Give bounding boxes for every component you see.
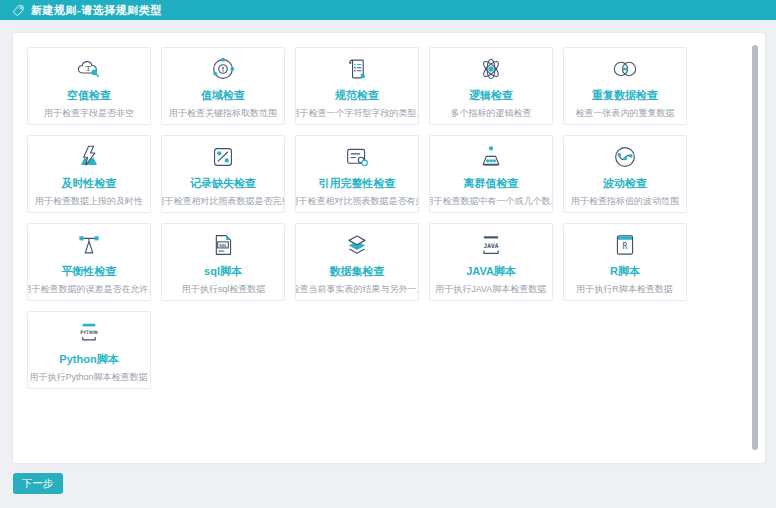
rule-card-title: 引用完整性检查: [319, 176, 396, 191]
rule-card-title: Python脚本: [59, 352, 118, 367]
rule-card-title: R脚本: [610, 264, 640, 279]
rule-card-description: 用于检查指标值的波动范围: [571, 195, 679, 208]
rule-card-title: 波动检查: [603, 176, 647, 191]
percent-missing-icon: [206, 140, 240, 174]
rule-card-description: 用于检查一个字符型字段的类型...: [295, 107, 419, 120]
rule-card-description: 用于检查数据上报的及时性: [35, 195, 143, 208]
logic-atom-icon: [474, 52, 508, 86]
sql-file-icon: SQL: [206, 228, 240, 262]
rule-card-title: JAVA脚本: [466, 264, 516, 279]
rule-card-grid: T 空值检查用于检查字段是否非空 值域检查用于检查关键指标取数范围 规范检查用于…: [27, 47, 699, 389]
rule-card-title: 逻辑检查: [469, 88, 513, 103]
rule-card[interactable]: RR脚本用于执行R脚本检查数据: [563, 223, 687, 301]
rule-card[interactable]: PYTHON Python脚本用于执行Python脚本检查数据: [27, 311, 151, 389]
rule-card[interactable]: JAVA JAVA脚本用于执行JAVA脚本检查数据: [429, 223, 553, 301]
rule-card-title: 值域检查: [201, 88, 245, 103]
rule-card[interactable]: 平衡性检查用于检查数据的误差是否在允许...: [27, 223, 151, 301]
python-brackets-icon: PYTHON: [72, 316, 106, 350]
rule-card-description: 用于检查相对比照表数据是否有效: [295, 195, 419, 208]
svg-text:T: T: [85, 64, 91, 73]
layers-dataset-icon: [340, 228, 374, 262]
rule-card[interactable]: 记录缺失检查用于检查相对比照表数据是否完整: [161, 135, 285, 213]
rule-card-title: 数据集检查: [330, 264, 385, 279]
rule-card-description: 用于检查关键指标取数范围: [169, 107, 277, 120]
svg-text:JAVA: JAVA: [484, 242, 499, 249]
header-bar: 新建规则-请选择规则类型: [0, 0, 776, 20]
page-title: 新建规则-请选择规则类型: [31, 3, 162, 18]
r-window-icon: R: [608, 228, 642, 262]
rule-card[interactable]: 数据集检查检查当前事实表的结果与另外一...: [295, 223, 419, 301]
java-brackets-icon: JAVA: [474, 228, 508, 262]
rule-card-description: 检查一张表内的重复数据: [576, 107, 675, 120]
rule-card-title: 重复数据检查: [592, 88, 658, 103]
tag-icon: [12, 4, 25, 17]
rule-card-description: 用于执行R脚本检查数据: [577, 283, 674, 296]
rule-card-description: 用于执行JAVA脚本检查数据: [435, 283, 546, 296]
rule-card[interactable]: 逻辑检查多个指标的逻辑检查: [429, 47, 553, 125]
rule-card[interactable]: 引用完整性检查用于检查相对比照表数据是否有效: [295, 135, 419, 213]
rule-card-description: 用于执行sql检查数据: [181, 283, 265, 296]
rule-card-description: 检查当前事实表的结果与另外一...: [295, 283, 419, 296]
svg-text:SQL: SQL: [219, 243, 227, 248]
rule-type-panel: T 空值检查用于检查字段是否非空 值域检查用于检查关键指标取数范围 规范检查用于…: [13, 33, 765, 463]
rule-card-title: 记录缺失检查: [190, 176, 256, 191]
cloud-null-icon: T: [72, 52, 106, 86]
rule-card-description: 多个指标的逻辑检查: [451, 107, 532, 120]
rule-card-title: 空值检查: [67, 88, 111, 103]
next-step-button[interactable]: 下一步: [13, 473, 63, 494]
scrollbar-thumb[interactable]: [752, 45, 758, 450]
rule-card-description: 用于检查数据中有一个或几个数...: [429, 195, 553, 208]
rule-card[interactable]: 值域检查用于检查关键指标取数范围: [161, 47, 285, 125]
rule-card[interactable]: T 空值检查用于检查字段是否非空: [27, 47, 151, 125]
wave-fluctuation-icon: [608, 140, 642, 174]
rule-card-title: sql脚本: [204, 264, 242, 279]
spec-document-icon: [340, 52, 374, 86]
link-reference-icon: [340, 140, 374, 174]
rule-card-title: 规范检查: [335, 88, 379, 103]
outlier-dots-icon: [474, 140, 508, 174]
rule-card-description: 用于检查字段是否非空: [44, 107, 134, 120]
venn-duplicate-icon: [608, 52, 642, 86]
rule-card-title: 及时性检查: [62, 176, 117, 191]
svg-text:PYTHON: PYTHON: [80, 330, 97, 335]
lightning-timeliness-icon: [72, 140, 106, 174]
rule-card[interactable]: 波动检查用于检查指标值的波动范围: [563, 135, 687, 213]
value-range-icon: [206, 52, 240, 86]
rule-card-description: 用于检查相对比照表数据是否完整: [161, 195, 285, 208]
rule-card[interactable]: 离群值检查用于检查数据中有一个或几个数...: [429, 135, 553, 213]
rule-card-title: 离群值检查: [464, 176, 519, 191]
rule-card[interactable]: SQL sql脚本用于执行sql检查数据: [161, 223, 285, 301]
rule-card-title: 平衡性检查: [62, 264, 117, 279]
rule-card[interactable]: 重复数据检查检查一张表内的重复数据: [563, 47, 687, 125]
rule-card[interactable]: 及时性检查用于检查数据上报的及时性: [27, 135, 151, 213]
rule-card-description: 用于执行Python脚本检查数据: [30, 371, 148, 384]
rule-card[interactable]: 规范检查用于检查一个字符型字段的类型...: [295, 47, 419, 125]
balance-scale-icon: [72, 228, 106, 262]
rule-card-description: 用于检查数据的误差是否在允许...: [27, 283, 151, 296]
svg-text:R: R: [623, 242, 628, 251]
